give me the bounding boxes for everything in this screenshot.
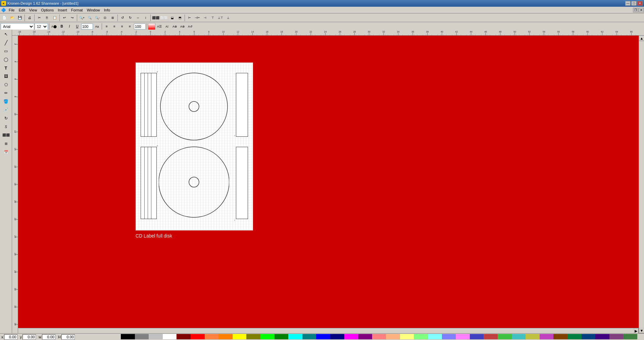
resize-handle-tr[interactable]: ⌟	[234, 133, 235, 136]
text-align-justify-button[interactable]: ≡	[126, 23, 134, 30]
h-value[interactable]	[61, 334, 75, 340]
zoom-page-button[interactable]: ⊞	[109, 14, 116, 22]
menu-options[interactable]: Options	[39, 7, 56, 13]
tool-pencil[interactable]: ✏	[1, 89, 11, 97]
text-effect3-button[interactable]: A↺	[187, 23, 194, 30]
color-swatch[interactable]	[609, 334, 624, 339]
y-value[interactable]	[22, 334, 36, 340]
undo-button[interactable]: ↩	[61, 14, 68, 22]
flip-h-button[interactable]: ↔	[134, 14, 142, 22]
resize-handle-br[interactable]: ⌟	[234, 218, 235, 221]
menu-edit[interactable]: Edit	[17, 7, 27, 13]
save-button[interactable]: 💾	[16, 14, 23, 22]
close-button[interactable]: ✕	[637, 1, 643, 6]
text-align-center-button[interactable]: ≡	[111, 23, 118, 30]
color-swatch[interactable]	[344, 334, 358, 339]
color-swatch[interactable]	[400, 334, 414, 339]
text-shadow-button[interactable]: A☰	[156, 23, 163, 30]
tool-group-obj[interactable]: ⬛⬛	[1, 131, 11, 139]
color-swatch[interactable]	[456, 334, 470, 339]
tool-fill[interactable]: 🪣	[1, 97, 11, 105]
tool-ellipse[interactable]: ◯	[1, 55, 11, 63]
font-family-select[interactable]: Arial	[1, 23, 34, 30]
color-swatch[interactable]	[442, 334, 456, 339]
menu-insert[interactable]: Insert	[56, 7, 69, 13]
zoom-in-button[interactable]: 🔍	[86, 14, 93, 22]
tool-text[interactable]: T	[1, 64, 11, 72]
menu-format[interactable]: Format	[69, 7, 85, 13]
color-swatch[interactable]	[484, 334, 498, 339]
send-front-button[interactable]: ⬒	[176, 14, 184, 22]
color-swatch[interactable]	[595, 334, 609, 339]
tool-eyedropper[interactable]: 💉	[1, 106, 11, 114]
x-value[interactable]	[4, 334, 17, 340]
tool-line[interactable]: ╱	[1, 39, 11, 47]
maximize-button[interactable]: □	[631, 1, 637, 6]
paste-button[interactable]: 📋	[51, 14, 58, 22]
tool-calendar[interactable]: 📅	[1, 148, 11, 156]
copy-button[interactable]: ⎘	[43, 14, 51, 22]
text-color-button[interactable]	[148, 23, 155, 30]
line-spacing-input[interactable]	[134, 24, 146, 30]
color-swatch[interactable]	[386, 334, 400, 339]
color-swatch[interactable]	[316, 334, 330, 339]
scrollbar-right[interactable]: ▲ ▼	[639, 36, 644, 333]
text-effect1-button[interactable]: A⊕	[171, 23, 179, 30]
color-swatch[interactable]	[205, 334, 219, 339]
align-group-button[interactable]: ⬛⬛	[152, 14, 160, 22]
color-swatch[interactable]	[121, 334, 135, 339]
cut-button[interactable]: ✂	[36, 14, 43, 22]
menu-file[interactable]: File	[7, 7, 17, 13]
menu-window[interactable]: Window	[85, 7, 102, 13]
color-swatch[interactable]	[191, 334, 205, 339]
tool-table[interactable]: ⊞	[1, 139, 11, 147]
new-button[interactable]: 📄	[1, 14, 8, 22]
print-button[interactable]: 🖨	[26, 14, 33, 22]
ungroup-button[interactable]: ⬜⬜	[160, 14, 168, 22]
tool-polygon[interactable]: ⬠	[1, 81, 11, 89]
color-swatch[interactable]	[288, 334, 302, 339]
color-swatch[interactable]	[177, 334, 191, 339]
italic-button[interactable]: I	[66, 23, 73, 30]
tool-rect[interactable]: ▭	[1, 47, 11, 55]
align-bottom-button[interactable]: ⊥	[225, 14, 232, 22]
text-align-left-button[interactable]: ≡	[103, 23, 110, 30]
font-size-select[interactable]: 12	[35, 23, 48, 30]
align-center-h-button[interactable]: ⊣⊢	[194, 14, 201, 22]
align-middle-v-button[interactable]: ⊥⊤	[217, 14, 224, 22]
align-top-button[interactable]: ⊤	[209, 14, 216, 22]
text-align-right-button[interactable]: ≡	[118, 23, 126, 30]
color-swatch[interactable]	[260, 334, 275, 339]
color-swatch[interactable]	[567, 334, 582, 339]
tool-skew[interactable]: S	[1, 123, 11, 131]
rotate-ccw-button[interactable]: ↺	[119, 14, 126, 22]
color-swatch[interactable]	[246, 334, 260, 339]
color-swatch[interactable]	[414, 334, 428, 339]
color-swatch[interactable]	[623, 334, 637, 339]
w-value[interactable]	[42, 334, 55, 340]
char-scale-aa-button[interactable]: Aa	[93, 23, 101, 30]
tool-rotate[interactable]: ↻	[1, 114, 11, 122]
color-swatch[interactable]	[149, 334, 163, 339]
color-swatch[interactable]	[540, 334, 554, 339]
color-swatch[interactable]	[372, 334, 386, 339]
bold-button[interactable]: B	[58, 23, 65, 30]
text-effect2-button[interactable]: A⊗	[179, 23, 186, 30]
redo-button[interactable]: ↪	[68, 14, 76, 22]
color-swatch[interactable]	[428, 334, 442, 339]
menu-info[interactable]: Info	[102, 7, 112, 13]
text-style-button[interactable]: A⬤	[50, 23, 58, 30]
scrollbar-bottom[interactable]: ◀ ▶	[12, 328, 639, 333]
color-swatch[interactable]	[302, 334, 316, 339]
color-swatch[interactable]	[218, 334, 233, 339]
canvas-area[interactable]: ⌟ ⌜ ⌟ ⌜ CD Label full disk	[18, 36, 644, 333]
color-swatch[interactable]	[233, 334, 247, 339]
align-left-button[interactable]: ⊢	[186, 14, 193, 22]
flip-v-button[interactable]: ↕	[142, 14, 149, 22]
color-swatch[interactable]	[135, 334, 149, 339]
color-swatch[interactable]	[526, 334, 540, 339]
tool-select[interactable]: ↖	[1, 30, 11, 38]
open-button[interactable]: 📂	[8, 14, 16, 22]
color-swatch[interactable]	[553, 334, 567, 339]
text-outline-button[interactable]: A⃝	[163, 23, 171, 30]
